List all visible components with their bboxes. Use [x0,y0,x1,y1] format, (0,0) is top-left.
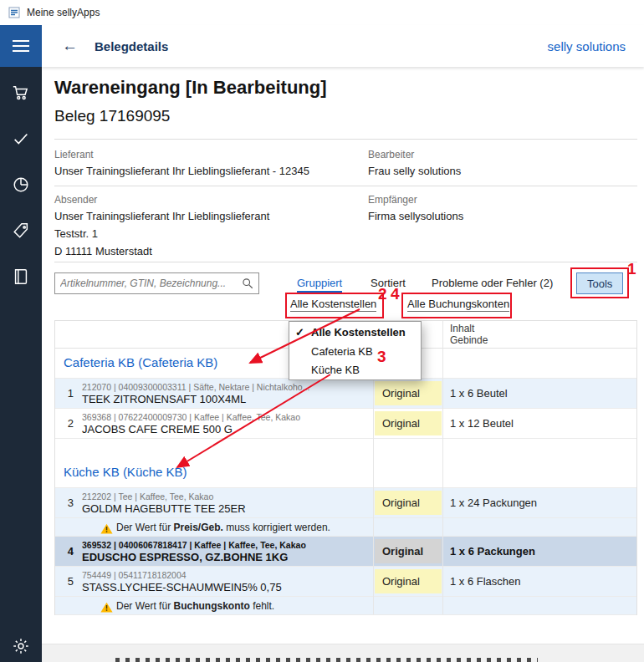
flyout-item-alle-kostenstellen[interactable]: ✓ Alle Kostenstellen [289,322,421,343]
warning-icon [100,601,113,616]
cart-icon[interactable] [12,84,30,102]
row-number: 5 [55,575,74,588]
settings-gear-icon[interactable] [12,637,30,655]
warning-icon [100,522,113,537]
row-number: 4 [55,545,74,558]
lieferant-label: Lieferant [54,149,94,160]
tools-button[interactable]: Tools [576,272,623,294]
doc-title: Wareneingang [In Bearbeitung] [54,77,327,99]
row-content: 1 x 6 Packungen [450,545,535,558]
row-content: 1 x 6 Beutel [450,387,508,400]
annotation-number-3: 3 [377,348,386,366]
sidebar [0,67,42,662]
hamburger-menu-button[interactable] [0,25,42,67]
pie-chart-icon[interactable] [12,176,30,194]
table-row-4-selected[interactable]: 4 369532 | 04006067818417 | Kaffee | Kaf… [55,537,636,567]
table-row-2[interactable]: 2 369368 | 07622400009730 | Kaffee | Kaf… [55,409,636,439]
page-title: Belegdetails [95,39,168,53]
brand-label: selly solutions [548,39,626,53]
header-bar: ← Belegdetails selly solutions [42,25,644,67]
empfaenger-label: Empfänger [368,194,417,206]
column-divider [442,321,443,614]
tab-sortiert[interactable]: Sortiert [371,277,406,289]
status-badge: Original [375,411,442,435]
flyout-item-cafeteria-kb[interactable]: Cafeteria KB [289,343,421,361]
row-content: 1 x 24 Packungen [450,496,537,509]
bottom-strip [42,644,644,662]
row-name: TEEK ZITRONENSAFT 100X4ML [82,393,246,405]
tab-probleme[interactable]: Probleme oder Fehler (2) [432,277,553,289]
main-content: Wareneingang [In Bearbeitung] Beleg 1716… [42,67,644,662]
row-content: 1 x 12 Beutel [450,417,514,430]
annotation-number-1: 1 [627,260,636,278]
absender-line2: Teststr. 1 [54,227,98,240]
annotation-number-2: 2 [378,285,387,303]
annotation-number-4: 4 [391,285,400,303]
group-kueche-title: Küche KB (Küche KB) [64,465,187,479]
row-meta: 754449 | 05411718182004 [82,570,187,580]
clipped-text-fragment [115,658,538,662]
header-gebinde: Gebinde [450,334,488,346]
app-icon [8,7,20,18]
flyout-item-kueche-kb[interactable]: Küche KB [289,361,421,379]
row-meta: 212070 | 04009300003311 | Säfte, Nektare… [82,382,309,392]
tag-icon[interactable] [12,222,30,240]
titlebar: Meine sellyApps [0,0,644,25]
table-row-5[interactable]: 5 754449 | 05411718182004 STASS.LYCHEE-S… [55,567,636,597]
row-meta: 369368 | 07622400009730 | Kaffee | Kaffe… [82,412,300,422]
search-input[interactable] [55,278,242,289]
empfaenger-value: Firma sellysolutions [368,210,463,222]
status-badge: Original [375,569,442,593]
search-box [54,272,259,294]
absender-line1: Unser Trainingslieferant Ihr Lieblingsli… [54,210,269,222]
row-number: 1 [55,387,74,400]
group-cafeteria-title: Cafeteria KB (Cafeteria KB) [64,355,217,369]
divider [54,139,637,140]
warning-text: Der Wert für Preis/Geb. muss korrigiert … [116,522,330,533]
bearbeiter-label: Bearbeiter [368,149,414,160]
warning-row-buchungskonto: Der Wert für Buchungskonto fehlt. [55,597,636,615]
book-icon[interactable] [12,267,30,286]
group-kueche: Küche KB (Küche KB) [55,439,636,488]
check-icon[interactable] [12,130,30,148]
row-meta: 369532 | 04006067818417 | Kaffee | Kaffe… [82,540,306,550]
kostenstellen-filter-dropdown[interactable]: Alle Kostenstellen [290,298,376,312]
row-content: 1 x 6 Flaschen [450,575,521,588]
doc-subtitle: Beleg 17169095 [54,107,170,125]
table-row-1[interactable]: 1 212070 | 04009300003311 | Säfte, Nekta… [55,379,636,409]
absender-line3: D 11111 Musterstadt [54,245,152,257]
lieferant-value: Unser Trainingslieferant Ihr Lieblingsli… [54,165,309,177]
status-badge: Original [375,539,442,563]
table-row-3[interactable]: 3 212202 | Tee | Kaffee, Tee, Kakao GOLD… [55,488,636,518]
status-badge: Original [375,491,442,515]
bearbeiter-value: Frau selly solutions [368,165,461,177]
tab-gruppiert[interactable]: Gruppiert [297,277,342,293]
row-name: STASS.LYCHEE-SCHAUMWEIN5% 0,75 [82,581,282,593]
app-window: Meine sellyApps ← Belegdetails selly sol… [0,0,644,662]
divider [54,186,637,186]
warning-text: Der Wert für Buchungskonto fehlt. [116,600,274,612]
checkmark-icon: ✓ [295,322,304,343]
row-meta: 212202 | Tee | Kaffee, Tee, Kakao [82,491,213,502]
kostenstellen-flyout: ✓ Alle Kostenstellen Cafeteria KB Küche … [289,321,422,380]
warning-row-preis: Der Wert für Preis/Geb. muss korrigiert … [55,518,636,537]
row-number: 3 [55,496,74,509]
row-name: GOLDM HAGEBUTTE TEE 25ER [82,502,246,515]
status-badge: Original [375,381,442,405]
header-inhalt: Inhalt [450,323,474,334]
buchungskonten-filter-dropdown[interactable]: Alle Buchungskonten [407,298,509,312]
absender-label: Absender [54,194,97,206]
search-icon[interactable] [242,278,253,289]
row-name: JACOBS CAFE CREME 500 G [82,423,233,435]
back-button[interactable]: ← [62,37,78,55]
window-title: Meine sellyApps [27,7,100,18]
row-number: 2 [55,417,74,430]
divider [54,262,637,262]
row-name: EDUSCHO ESPRESSO, GZ.BOHNE 1KG [82,551,288,563]
